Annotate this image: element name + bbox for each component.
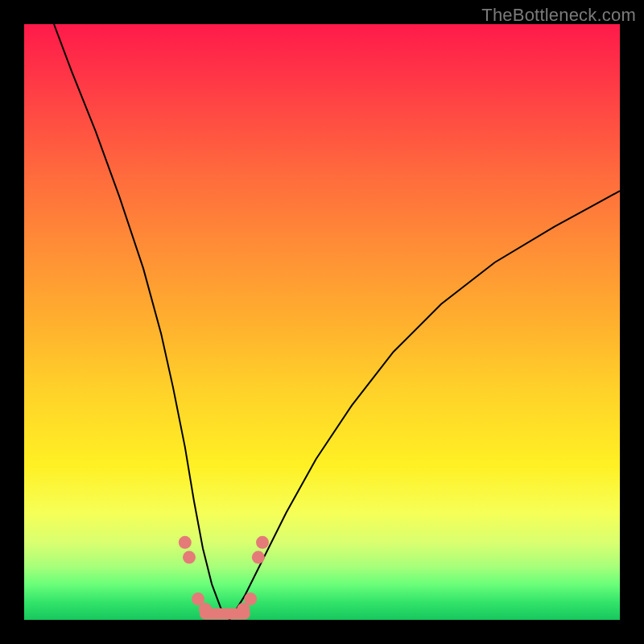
watermark-text: TheBottleneck.com <box>481 5 636 26</box>
marker-1 <box>183 551 196 564</box>
marker-5 <box>244 592 257 605</box>
curve-right <box>229 191 620 620</box>
curve-layer <box>24 24 620 620</box>
curve-left <box>54 24 229 620</box>
marker-6 <box>252 551 265 564</box>
chart-frame: TheBottleneck.com <box>0 0 644 644</box>
marker-7 <box>256 536 269 549</box>
marker-0 <box>179 536 192 549</box>
plot-area <box>24 24 620 620</box>
marker-3 <box>199 603 212 616</box>
